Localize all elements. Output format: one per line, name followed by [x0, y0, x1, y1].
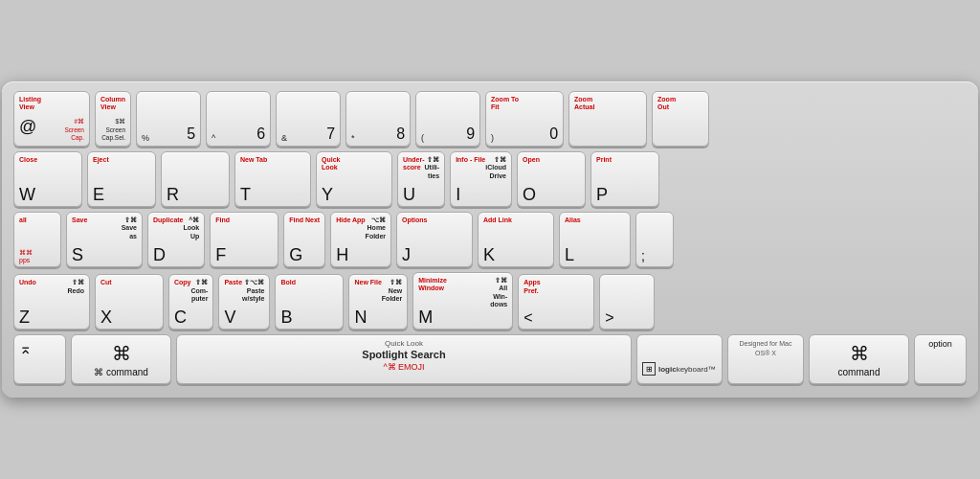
key-option-right[interactable]: option — [914, 334, 967, 384]
key-p-print-label: Print — [596, 156, 654, 164]
key-g-findnext-label: Find Next — [289, 217, 320, 224]
key-k-addlink-label: Add Link — [483, 217, 548, 224]
key-m: M — [418, 308, 433, 326]
keyboard: ListingView @ #⌘ScreenCap. ColumnView $⌘… — [2, 81, 978, 399]
key-p: P — [596, 186, 608, 203]
key-l: L — [565, 246, 574, 263]
key-column-view[interactable]: ColumnView $⌘ScreenCap.Sel. — [95, 91, 131, 147]
key-c: C — [174, 308, 187, 326]
key-s-save[interactable]: Save ⇧⌘Saveas S — [66, 212, 143, 267]
key-w-close[interactable]: Close W — [13, 151, 82, 207]
key-y-amp[interactable]: & 7 — [276, 91, 341, 147]
key-n: N — [354, 308, 367, 326]
key-o-open-label: Open — [523, 156, 580, 164]
key-p-print[interactable]: Print P — [590, 151, 659, 207]
key-f-find[interactable]: Find F — [210, 212, 278, 267]
key-option-label: option — [920, 339, 961, 349]
key-all[interactable]: all ⌘⌘pps — [13, 212, 61, 267]
key-cmd-left[interactable]: ⌘ ⌘ command — [71, 334, 171, 384]
key-semicolon[interactable]: ; — [635, 212, 674, 267]
key-h-homefolder: ⌥⌘HomeFolder — [366, 217, 386, 240]
key-cmd-sym-right: ⌘ — [850, 342, 869, 365]
key-n-newfolder: ⇧⌘NewFolder — [382, 279, 402, 303]
key-v-paste[interactable]: Paste ⇧⌥⌘Pastew/style V — [218, 274, 270, 330]
key-d-duplicate[interactable]: Duplicate ^⌘LookUp D — [147, 212, 205, 267]
key-r-percent[interactable]: % 5 — [136, 91, 201, 147]
key-0: 0 — [549, 125, 558, 143]
key-o-open[interactable]: Open O — [517, 151, 586, 207]
key-cmd-label-left: ⌘ command — [94, 367, 148, 377]
key-comma-apps[interactable]: AppsPref. < — [518, 274, 594, 330]
key-cmd-right[interactable]: ⌘ command — [809, 334, 909, 384]
key-u-star[interactable]: * 8 — [345, 91, 411, 147]
key-x-cut-label: Cut — [100, 279, 158, 286]
row-1: ListingView @ #⌘ScreenCap. ColumnView $⌘… — [13, 91, 967, 147]
key-v: V — [224, 308, 235, 326]
key-zoom-out[interactable]: ZoomOut — [652, 91, 709, 147]
key-cmd-label-right: command — [838, 367, 880, 377]
key-screen: #⌘ScreenCap. — [64, 118, 84, 142]
key-i-infofile[interactable]: Info - File ⇧⌘iCloudDrive I — [450, 151, 512, 207]
key-f-find-label: Find — [215, 217, 273, 224]
key-s: S — [72, 246, 83, 263]
key-m-allwindows: ⇧⌘AllWin-dows — [490, 277, 507, 309]
key-h-hideapp[interactable]: Hide App ⌥⌘HomeFolder H — [330, 212, 391, 267]
key-d-lookup: ^⌘LookUp — [184, 217, 200, 240]
key-listing-view[interactable]: ListingView @ #⌘ScreenCap. — [13, 91, 90, 147]
key-y-quicklook[interactable]: QuickLook Y — [316, 151, 392, 207]
key-star: * — [351, 133, 355, 143]
key-zoomactual-label: ZoomActual — [574, 96, 641, 112]
key-d-dup-label: Duplicate — [153, 217, 184, 240]
key-s-saveas: ⇧⌘Saveas — [122, 217, 137, 240]
key-logokb: ⊞ logickeyboard™ — [636, 334, 723, 384]
key-r[interactable]: R — [161, 151, 230, 207]
key-7: 7 — [326, 125, 335, 143]
designed-label: Designed for Mac OS® X — [733, 339, 798, 358]
key-z-undo[interactable]: Undo ⇧⌘Redo Z — [13, 274, 90, 330]
key-z-undo-label: Undo — [19, 279, 36, 295]
key-6: 6 — [256, 125, 265, 143]
key-h-hide-label: Hide App — [336, 217, 365, 240]
key-g-findnext[interactable]: Find Next G — [283, 212, 325, 267]
key-u-underscore[interactable]: Under-score ⇧⌘Utili-ties U — [397, 151, 445, 207]
key-e-eject[interactable]: Eject E — [87, 151, 156, 207]
key-k: K — [483, 246, 495, 263]
key-t-caret[interactable]: ^ 6 — [206, 91, 271, 147]
key-c-copy-label: Copy — [174, 279, 191, 303]
key-tab-left[interactable]: ⌅ — [13, 334, 66, 384]
key-screencap: $⌘ScreenCap.Sel. — [101, 118, 125, 142]
key-tab-sym: ⌅ — [19, 339, 60, 357]
key-spacebar[interactable]: Quick Look Spotlight Search ^⌘ EMOJI — [176, 334, 632, 384]
key-cmd-sym-left: ⌘ — [112, 342, 131, 365]
key-b: B — [280, 308, 292, 326]
key-period[interactable]: > — [599, 274, 655, 330]
key-semi-char: ; — [641, 248, 668, 263]
key-n-newfile[interactable]: New File ⇧⌘NewFolder N — [348, 274, 408, 330]
key-b-bold-label: Bold — [280, 279, 338, 286]
key-l-alias[interactable]: Alias L — [559, 212, 631, 267]
key-c-copy[interactable]: Copy ⇧⌘Com-puter C — [168, 274, 213, 330]
spacebar-emoji: ^⌘ EMOJI — [383, 362, 424, 372]
key-listing-view-label: ListingView — [19, 96, 84, 112]
key-i-icloud: ⇧⌘iCloudDrive — [485, 156, 506, 180]
key-w: W — [19, 186, 35, 203]
key-zoom-actual[interactable]: ZoomActual — [568, 91, 647, 147]
key-u: U — [403, 186, 415, 203]
key-x-cut[interactable]: Cut X — [95, 274, 164, 330]
key-m-minimize[interactable]: MinimizeWindow ⇧⌘AllWin-dows M — [412, 272, 513, 331]
key-y: Y — [322, 186, 333, 203]
key-k-addlink[interactable]: Add Link K — [478, 212, 554, 267]
key-zoom-fit[interactable]: Zoom ToFit ) 0 — [485, 91, 564, 147]
row-2: Close W Eject E R New Tab T QuickLook Y … — [13, 151, 967, 207]
spacebar-spotlight: Spotlight Search — [362, 349, 445, 360]
key-d: D — [153, 246, 166, 263]
key-j-options-label: Options — [402, 217, 467, 224]
key-j-options[interactable]: Options J — [396, 212, 473, 267]
key-t-newtab[interactable]: New Tab T — [234, 151, 311, 207]
key-o: O — [523, 186, 536, 203]
row-bottom: ⌅ ⌘ ⌘ command Quick Look Spotlight Searc… — [13, 334, 967, 384]
key-designed: Designed for Mac OS® X — [727, 334, 804, 384]
key-b-bold[interactable]: Bold B — [275, 274, 344, 330]
key-l-alias-label: Alias — [565, 217, 625, 224]
key-i-paren[interactable]: ( 9 — [415, 91, 480, 147]
